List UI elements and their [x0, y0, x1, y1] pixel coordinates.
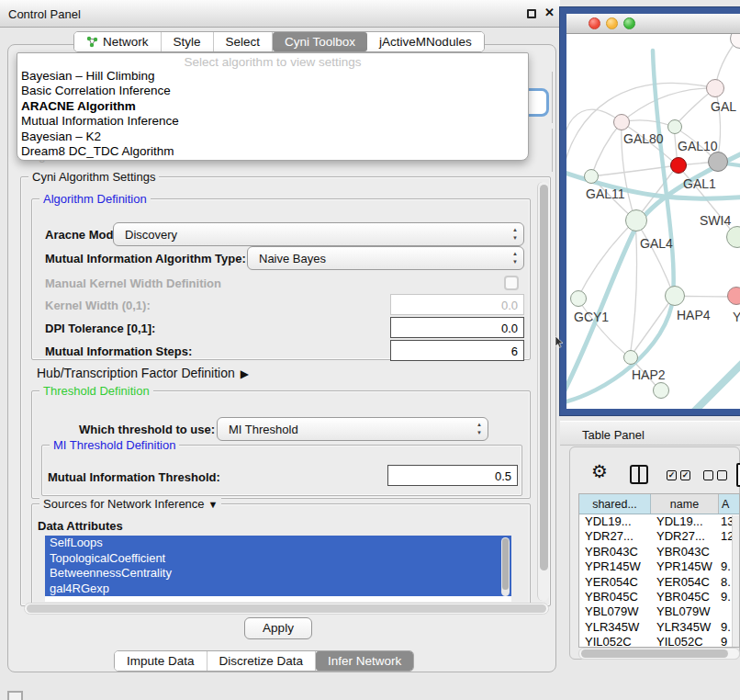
table-vertical-scrollbar[interactable] — [732, 515, 739, 647]
tab-label: Infer Network — [328, 654, 401, 668]
list-scrollbar[interactable] — [501, 537, 510, 596]
table-cell[interactable]: YBR045C — [579, 590, 651, 604]
screen: Control Panel ✕ Network Style Select Cyn… — [0, 0, 740, 700]
table-row[interactable]: YPR145WYPR145W9. — [579, 559, 739, 574]
table-cell[interactable]: YPR145W — [651, 559, 719, 574]
check-all-icon[interactable]: ✓ — [667, 470, 677, 480]
table-cell[interactable]: YDL19... — [579, 514, 651, 529]
scrollbar-thumb[interactable] — [581, 649, 728, 658]
table-row[interactable]: YIL052CYIL052C9 — [579, 635, 739, 648]
uncheck-all-icon[interactable] — [717, 470, 727, 480]
hub-definition-toggle[interactable]: Hub/Transcription Factor Definition▶ — [37, 366, 249, 380]
algorithm-option[interactable]: Basic Correlation Inference — [17, 84, 528, 98]
algorithm-option[interactable]: Dream8 DC_TDC Algorithm — [17, 144, 528, 159]
scrollbar-thumb[interactable] — [540, 185, 548, 570]
node-label: GCY1 — [574, 310, 609, 324]
mi-threshold-field[interactable]: 0.5 — [387, 465, 518, 486]
table-cell[interactable]: YDR27... — [579, 529, 651, 544]
tab-impute-data[interactable]: Impute Data — [115, 651, 207, 671]
apply-button[interactable]: Apply — [244, 617, 312, 639]
attribute-list-item[interactable]: SelfLoops — [45, 536, 511, 551]
attribute-list-item[interactable]: BetweennessCentrality — [45, 566, 511, 581]
network-node-gal[interactable] — [706, 79, 724, 97]
gear-icon[interactable]: ⚙ — [591, 460, 608, 482]
table-cell[interactable]: YIL052C — [579, 635, 651, 648]
network-node-gal10[interactable] — [667, 119, 682, 134]
network-node-hap2[interactable] — [623, 350, 638, 365]
settings-vertical-scrollbar[interactable] — [537, 182, 549, 601]
network-graph-canvas[interactable]: GALGAL80GAL10GAL1GAL11SWI4GAL4GCY1HAP4YH… — [566, 34, 740, 409]
column-header-shared-name[interactable]: shared... — [579, 494, 651, 514]
uncheck-all-icon[interactable] — [703, 470, 713, 480]
algorithm-option[interactable]: ARACNE Algorithm — [17, 99, 528, 114]
close-icon[interactable]: ✕ — [544, 6, 555, 19]
table-cell[interactable]: YBR043C — [579, 545, 651, 559]
column-header-partial[interactable]: A — [719, 494, 739, 514]
tab-discretize-data[interactable]: Discretize Data — [207, 651, 317, 671]
table-cell[interactable]: YBL079W — [579, 604, 651, 619]
network-node-gal11[interactable] — [584, 169, 599, 184]
network-node-gal80[interactable] — [613, 114, 630, 130]
attribute-list-item[interactable]: gal4RGexp — [45, 581, 511, 597]
network-node[interactable] — [653, 382, 669, 399]
which-threshold-select[interactable]: MI Threshold ▲▼ — [217, 417, 488, 441]
table-cell[interactable]: YBL079W — [651, 604, 719, 619]
network-node[interactable] — [708, 152, 728, 172]
check-all-icon[interactable]: ✓ — [680, 470, 690, 480]
settings-horizontal-scrollbar[interactable] — [24, 603, 549, 615]
table-row[interactable]: YER054CYER054C8. — [579, 575, 739, 590]
document-icon[interactable] — [736, 463, 740, 487]
table-cell[interactable]: YPR145W — [579, 559, 651, 574]
tab-cyni-toolbox[interactable]: Cyni Toolbox — [273, 32, 367, 51]
tab-jactivemnodules[interactable]: jActiveMNodules — [367, 32, 484, 51]
table-row[interactable]: YDR27...YDR27...12 — [579, 529, 739, 544]
attribute-list-item[interactable]: TopologicalCoefficient — [45, 551, 511, 567]
minimized-panel-stub[interactable] — [7, 691, 23, 700]
zoom-traffic-light[interactable] — [623, 17, 635, 29]
tab-network[interactable]: Network — [74, 32, 162, 51]
table-cell[interactable]: YER054C — [579, 575, 651, 590]
scrollbar-thumb[interactable] — [502, 538, 509, 590]
network-node-gal4[interactable] — [625, 209, 647, 231]
table-row[interactable]: YBR043CYBR043C — [579, 545, 739, 559]
table-cell[interactable]: YLR345W — [651, 620, 719, 635]
split-columns-icon[interactable] — [630, 465, 648, 484]
control-panel-title: Control Panel — [8, 7, 81, 21]
table-row[interactable]: YDL19...YDL19...13 — [579, 514, 739, 529]
tab-select[interactable]: Select — [214, 32, 274, 51]
float-window-icon[interactable] — [527, 9, 536, 18]
table-cell[interactable]: YER054C — [651, 575, 719, 590]
table-panel-title: Table Panel — [582, 428, 645, 442]
table-row[interactable]: YLR345WYLR345W9. — [579, 620, 739, 635]
tab-infer-network[interactable]: Infer Network — [316, 651, 413, 671]
network-node-gcy1[interactable] — [570, 290, 587, 307]
algorithm-option[interactable]: Bayesian – K2 — [17, 130, 528, 144]
manual-kernel-width-checkbox[interactable] — [504, 276, 519, 290]
table-cell[interactable]: YIL052C — [651, 635, 719, 648]
table-horizontal-scrollbar[interactable] — [578, 648, 740, 660]
network-node-gal1[interactable] — [670, 157, 687, 174]
table-cell[interactable]: YBR043C — [651, 545, 719, 559]
table-cell[interactable]: YBR045C — [651, 590, 719, 604]
node-label: SWI4 — [700, 213, 731, 228]
close-traffic-light[interactable] — [589, 17, 600, 29]
table-cell[interactable]: YDR27... — [651, 529, 719, 544]
sources-toggle[interactable]: Sources for Network Inference▼ — [39, 497, 221, 511]
table-cell[interactable]: YDL19... — [651, 514, 719, 529]
table-cell[interactable]: YLR345W — [579, 620, 651, 635]
scrollbar-thumb[interactable] — [27, 604, 546, 613]
dpi-tolerance-field[interactable]: 0.0 — [390, 317, 524, 338]
table-row[interactable]: YBL079WYBL079W — [579, 604, 739, 619]
aracne-mode-select[interactable]: Discovery ▲▼ — [113, 222, 524, 246]
mi-algorithm-type-select[interactable]: Naive Bayes ▲▼ — [247, 246, 524, 270]
table-row[interactable]: YBR045CYBR045C9. — [579, 590, 739, 604]
algorithm-option[interactable]: Mutual Information Inference — [17, 114, 528, 129]
column-header-name[interactable]: name — [651, 494, 719, 514]
minimize-traffic-light[interactable] — [606, 17, 618, 29]
kernel-width-field[interactable]: 0.0 — [390, 294, 524, 315]
mi-steps-field[interactable]: 6 — [390, 340, 524, 361]
network-node-y[interactable] — [727, 287, 740, 305]
network-node-hap4[interactable] — [665, 286, 685, 306]
algorithm-option[interactable]: Bayesian – Hill Climbing — [17, 69, 528, 84]
tab-style[interactable]: Style — [162, 32, 214, 51]
